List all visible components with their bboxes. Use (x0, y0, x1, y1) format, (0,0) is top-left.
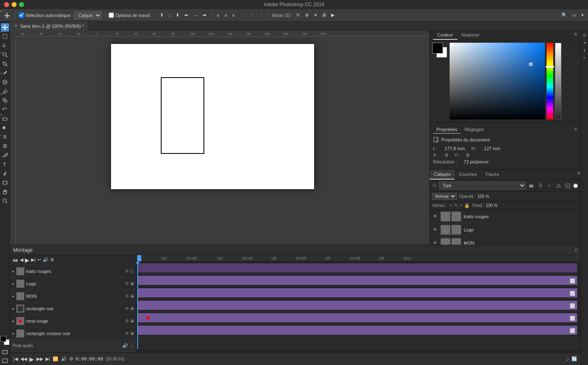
tl-expand-traits-rouges[interactable]: ▸ (12, 269, 15, 273)
align-top-btn[interactable]: ⬆ (158, 12, 165, 19)
lock-move-icon[interactable]: ⤢ (459, 203, 463, 208)
tl-layer-options-traits-rouges[interactable]: ⚙ (125, 269, 129, 273)
tl-layer-options-rect-noir[interactable]: ⚙ (125, 306, 129, 311)
filter-circle-btn[interactable] (573, 183, 578, 188)
tl-add-logo[interactable]: + (131, 280, 134, 287)
tl-layer-rond-rouge[interactable]: ▸ rond rouge ⚙ ⊡ + (10, 315, 136, 327)
side-icon-info[interactable]: ℹ (582, 47, 588, 53)
tl-bar-mon[interactable] (137, 288, 577, 297)
filter-smart-btn[interactable] (564, 182, 571, 190)
tl-track-logo-end[interactable]: ◼ (569, 276, 576, 285)
tl-audio-ctrl-btn[interactable]: 🔊 (61, 356, 67, 362)
tl-audio-btn[interactable]: 🔊 (43, 257, 48, 263)
filter-text-btn[interactable]: T (546, 182, 553, 190)
align-left-btn[interactable]: ⬅ (183, 12, 190, 19)
dist-hcenter-btn[interactable]: ⋮ (248, 12, 256, 19)
calque-dropdown[interactable]: Calque (75, 12, 102, 19)
tl-audio-icon[interactable]: 🔊 (122, 343, 128, 348)
align-hcenter-btn[interactable]: ↔ (191, 12, 199, 19)
tl-step-fwd-btn[interactable]: ▶| (31, 257, 36, 263)
props-panel-menu[interactable]: ≡ (574, 126, 577, 134)
filter-adj-btn[interactable] (537, 182, 544, 190)
dist-top-btn[interactable]: ≡ (215, 12, 221, 19)
fg-color-swatch[interactable] (432, 43, 443, 54)
tl-track-mon-end[interactable]: ◼ (569, 288, 576, 297)
lock-transparent-icon[interactable]: ⊹ (449, 203, 453, 208)
align-bottom-btn[interactable]: ⬇ (174, 12, 181, 19)
tab-traces[interactable]: Tracés (481, 170, 503, 180)
tl-expand-logo[interactable]: ▸ (12, 282, 15, 286)
tl-layer-options-mon[interactable]: ⚙ (125, 294, 129, 298)
tl-layer-options-rect-contour[interactable]: ⚙ (125, 331, 129, 336)
workspace-menu-btn[interactable]: ▾ (580, 12, 586, 19)
video-btn[interactable]: ▶ (329, 12, 336, 19)
tl-add-rond-rouge[interactable]: + (131, 318, 134, 324)
color-picker-gradient[interactable] (450, 43, 545, 119)
tl-settings-btn[interactable]: ⚙ (50, 257, 54, 263)
tab-couleur[interactable]: Couleur (433, 31, 457, 40)
tl-layer-audio[interactable]: Piste audio 🔊 ♪ (10, 340, 136, 352)
tl-track-rect-noir-end[interactable]: ◼ (569, 301, 576, 310)
tab-couches[interactable]: Couches (455, 170, 481, 180)
tab-nuancier[interactable]: Nuancier (457, 31, 484, 40)
tl-first-frame-btn[interactable]: |◀ (13, 356, 18, 362)
lock-image-icon[interactable]: ✎ (454, 203, 458, 208)
color-alpha-bar[interactable] (555, 43, 561, 119)
dist-right-btn[interactable]: ⋮ (257, 12, 265, 19)
tab-proprietes[interactable]: Propriétés (433, 126, 460, 134)
blend-mode-dropdown[interactable]: Normal (432, 193, 457, 200)
tl-skip-back-btn[interactable]: ⏮ (12, 257, 18, 263)
tl-prev-frame-btn[interactable]: ◀◀ (20, 356, 27, 362)
tl-bar-rect-noir[interactable] (137, 301, 577, 310)
tl-track-rect-noir[interactable]: ◼ (136, 299, 581, 311)
tl-layer-expand2-traits-rouges[interactable]: ⊡ (130, 269, 133, 273)
tl-audio-note-icon[interactable]: ♪ (131, 343, 134, 348)
tl-track-logo[interactable]: ◼ (136, 274, 581, 287)
layers-panel-menu[interactable]: ≡ (577, 170, 581, 180)
tl-next-frame-btn[interactable]: ▶▶ (36, 356, 43, 362)
search-btn[interactable]: 🔍 (560, 12, 569, 19)
tab-calques[interactable]: Calques (430, 170, 455, 180)
tl-track-audio[interactable] (136, 336, 581, 349)
tl-settings-ctrl-btn[interactable]: ⚙ (69, 356, 73, 362)
maximize-button[interactable] (19, 2, 24, 7)
tl-layer-rect-contour[interactable]: ▸ rectangle contour noir ⚙ ⊡ + (10, 327, 136, 340)
tl-track-mon[interactable]: ◼ (136, 287, 581, 299)
tl-keyframe-rond-rouge[interactable] (146, 316, 150, 319)
tl-expand-rond-rouge[interactable]: ▸ (12, 319, 15, 323)
tl-layer-mon[interactable]: ▸ MON ⚙ ⊡ + (10, 290, 136, 302)
tl-play-pause-btn[interactable]: ▶ (29, 356, 34, 363)
lock-all-icon[interactable]: 🔒 (464, 203, 470, 208)
dist-bottom-btn[interactable]: ≡ (230, 12, 236, 19)
layer-item-logo[interactable]: 👁 Logo (430, 223, 581, 236)
tl-bar-logo[interactable] (137, 276, 577, 285)
tl-play-btn[interactable]: ▶ (25, 257, 29, 263)
tl-layer-traits-rouges[interactable]: ▸ traits rouges ⚙ ⊡ (10, 265, 136, 277)
workspace-btn[interactable]: ▭ (571, 12, 578, 19)
align-right-btn[interactable]: ➡ (201, 12, 208, 19)
color-hue-bar[interactable] (547, 43, 553, 119)
tool3d-btn[interactable]: ⊕ (303, 12, 310, 19)
tool3d3-btn[interactable]: ⊞ (321, 12, 328, 19)
layer-item-traits-rouges[interactable]: 👁 traits rouges (430, 210, 581, 223)
tab-close[interactable]: ✕ (14, 23, 18, 29)
tl-expand-rect-noir[interactable]: ▸ (12, 307, 15, 311)
tl-add-rect-noir[interactable]: + (131, 305, 134, 312)
color-panel-menu[interactable]: ≡ (574, 31, 577, 40)
tl-loop-btn[interactable]: ↩ (37, 257, 41, 263)
tl-convert-btn[interactable]: 🔄 (571, 356, 577, 362)
tab-reglages[interactable]: Réglages (461, 126, 487, 134)
tl-layer-options-rond-rouge[interactable]: ⚙ (125, 319, 129, 323)
tl-track-rect-contour-end[interactable]: ◼ (569, 326, 576, 335)
tl-track-rond-rouge-end[interactable]: ◼ (569, 313, 576, 322)
tl-last-frame-btn[interactable]: ▶| (46, 356, 50, 362)
tl-layer-rect-noir[interactable]: ▸ rectangle noir ⚙ ⊡ + (10, 302, 136, 315)
fg-bg-color-preview[interactable] (432, 43, 447, 58)
dist-left-btn[interactable]: ⋮ (238, 12, 246, 19)
tl-layer-logo[interactable]: ▸ Logo ⚙ ⊡ + (10, 277, 136, 290)
selection-auto-checkbox[interactable] (19, 12, 24, 18)
tl-layer-options-logo[interactable]: ⚙ (125, 281, 129, 286)
layers-filter-dropdown[interactable]: Type (439, 182, 526, 190)
timeline-tracks[interactable]: 15f 01:00f 15f 02:00f 15f 03:00f 15f 04:… (136, 255, 581, 353)
side-icon-2[interactable]: ✦ (582, 40, 588, 46)
